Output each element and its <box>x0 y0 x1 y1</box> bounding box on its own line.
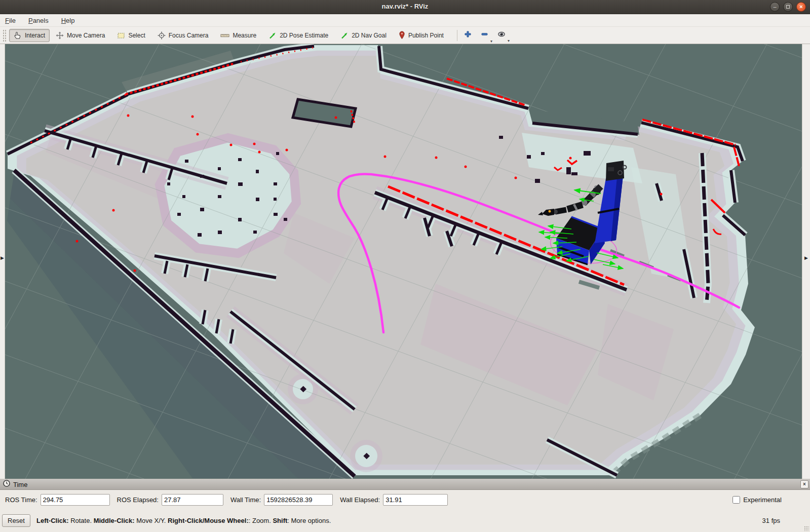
rviz-window: nav.rviz* - RViz – × File Panels Help In… <box>0 0 810 532</box>
ruler-icon <box>220 31 229 40</box>
tool-label: Measure <box>233 32 256 39</box>
wall-time-label: Wall Time: <box>230 496 261 504</box>
3d-viewport[interactable]: ▶ ▶ <box>0 44 810 479</box>
tool-publish-point-button[interactable]: Publish Point <box>399 31 444 40</box>
tool-label: 2D Nav Goal <box>352 32 387 39</box>
camera-eye-icon <box>497 30 506 40</box>
maximize-icon[interactable] <box>783 2 793 12</box>
ros-time-label: ROS Time: <box>5 496 37 504</box>
camera-type-button[interactable]: ▾ <box>497 30 506 40</box>
tool-label: Focus Camera <box>169 32 209 39</box>
titlebar[interactable]: nav.rviz* - RViz – × <box>0 0 810 14</box>
expand-panel-icon[interactable]: ▶ <box>804 255 808 260</box>
3d-scene[interactable] <box>5 44 802 479</box>
toolbar-grip-handle[interactable] <box>3 29 6 42</box>
resize-grip-icon[interactable] <box>804 526 809 531</box>
tool-label: Interact <box>25 32 45 39</box>
left-panel-collapsed-strip[interactable]: ▶ <box>0 44 5 479</box>
add-tool-plus-icon <box>464 30 472 41</box>
wall-elapsed-input[interactable] <box>383 494 448 506</box>
status-bar: Reset Left-Click: Rotate. Middle-Click: … <box>0 509 810 532</box>
tool-label: 2D Pose Estimate <box>280 32 328 39</box>
reset-button[interactable]: Reset <box>2 514 30 527</box>
tool-label: Publish Point <box>408 32 444 39</box>
wall-time-input[interactable] <box>264 494 333 506</box>
right-panel-collapsed-strip[interactable]: ▶ <box>802 44 810 479</box>
close-icon[interactable]: × <box>800 480 808 488</box>
selection-box-icon <box>117 31 125 40</box>
toolbar: Interact Move Camera Select Focus Camera… <box>0 27 810 44</box>
tool-label: Move Camera <box>67 32 105 39</box>
ros-elapsed-label: ROS Elapsed: <box>117 496 159 504</box>
time-panel: Time × ROS Time: ROS Elapsed: Wall Time:… <box>0 479 810 509</box>
fps-counter: 31 fps <box>762 517 780 524</box>
tool-2d-pose-estimate-button[interactable]: 2D Pose Estimate <box>268 31 328 40</box>
remove-tool-button[interactable]: ▾ <box>480 30 489 41</box>
menu-file[interactable]: File <box>5 17 16 24</box>
map-pin-icon <box>399 31 405 40</box>
focus-crosshair-icon <box>158 31 166 40</box>
ros-time-input[interactable] <box>41 494 110 506</box>
chevron-down-icon[interactable]: ▾ <box>508 39 510 43</box>
ros-elapsed-input[interactable] <box>162 494 223 506</box>
tool-focus-camera-button[interactable]: Focus Camera <box>158 31 209 40</box>
time-panel-header[interactable]: Time × <box>0 479 810 490</box>
window-title: nav.rviz* - RViz <box>0 3 810 10</box>
close-icon[interactable]: × <box>796 2 806 12</box>
menu-help[interactable]: Help <box>61 17 75 24</box>
time-fields-row: ROS Time: ROS Elapsed: Wall Time: Wall E… <box>0 490 810 509</box>
experimental-label: Experimental <box>743 496 782 504</box>
minimize-icon[interactable]: – <box>770 2 780 12</box>
chevron-down-icon[interactable]: ▾ <box>490 39 492 44</box>
hand-cursor-icon <box>14 31 22 40</box>
maximize-glyph <box>786 5 790 9</box>
remove-tool-minus-icon <box>480 30 489 41</box>
time-panel-title: Time <box>13 481 27 488</box>
wall-elapsed-label: Wall Elapsed: <box>340 496 380 504</box>
tool-select-button[interactable]: Select <box>117 31 145 40</box>
add-tool-button[interactable] <box>464 30 472 41</box>
clock-icon <box>3 480 10 489</box>
experimental-checkbox[interactable] <box>732 496 740 504</box>
toolbar-separator <box>457 30 457 41</box>
menu-panels[interactable]: Panels <box>28 17 49 24</box>
tool-label: Select <box>128 32 145 39</box>
experimental-option: Experimental <box>732 496 782 504</box>
mouse-help-text: Left-Click: Rotate. Middle-Click: Move X… <box>36 517 331 524</box>
green-arrow-icon <box>340 31 349 40</box>
tool-move-camera-button[interactable]: Move Camera <box>56 31 105 40</box>
menubar: File Panels Help <box>0 14 810 27</box>
tool-interact-button[interactable]: Interact <box>9 29 50 42</box>
window-controls: – × <box>770 2 806 12</box>
tool-measure-button[interactable]: Measure <box>220 31 256 40</box>
tool-2d-nav-goal-button[interactable]: 2D Nav Goal <box>340 31 387 40</box>
expand-panel-icon[interactable]: ▶ <box>1 255 4 260</box>
move-arrows-icon <box>56 31 64 40</box>
green-arrow-icon <box>268 31 277 40</box>
